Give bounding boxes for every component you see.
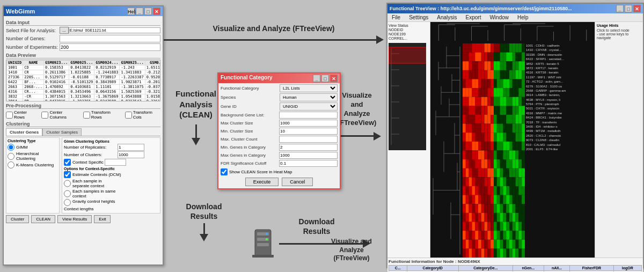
- functional-info-panel: Functional Information for Node : NODE49…: [387, 258, 643, 272]
- func-category-select[interactable]: L2L Lists: [280, 84, 338, 92]
- cluster-button[interactable]: Cluster: [6, 215, 29, 223]
- num-replicates-input[interactable]: [118, 144, 144, 151]
- menu-help[interactable]: Help: [513, 13, 533, 21]
- num-genes-input[interactable]: [60, 35, 160, 42]
- max-genes-input[interactable]: [279, 152, 338, 159]
- gene-label-item: 2820 : CXCL2 : chemoki: [526, 134, 594, 138]
- min-cluster-size-input[interactable]: [279, 128, 338, 135]
- each-sample-radio[interactable]: [64, 179, 71, 188]
- svg-rect-348: [500, 168, 503, 178]
- svg-rect-422: [481, 204, 485, 213]
- svg-rect-443: [485, 213, 488, 222]
- svg-rect-105: [491, 61, 494, 70]
- gene-label-item: 11197 : WIF1 : WNT inhi: [526, 75, 594, 79]
- clean-dialog-title: Functional Category: [221, 75, 273, 82]
- min-genes-input[interactable]: [279, 144, 338, 151]
- data-preview-area: UNIGID NAME GSM0923... GSM0925... GSM092…: [6, 60, 160, 101]
- svg-rect-229: [503, 115, 506, 124]
- dlg-maximize[interactable]: □: [321, 75, 329, 82]
- dlg-minimize[interactable]: _: [313, 75, 320, 82]
- svg-rect-386: [494, 186, 497, 195]
- clean-dialog-buttons: Execute Cancel: [221, 178, 338, 186]
- maximize-button[interactable]: □: [144, 8, 152, 15]
- svg-rect-230: [506, 115, 509, 124]
- svg-rect-124: [487, 70, 491, 79]
- exit-button[interactable]: Exit: [94, 215, 111, 223]
- svg-rect-258: [469, 133, 472, 142]
- svg-rect-496: [463, 240, 466, 249]
- svg-rect-363: [485, 177, 488, 186]
- max-cluster-count-input[interactable]: [279, 136, 338, 143]
- menu-analysis[interactable]: Analysis: [433, 13, 461, 21]
- top-flow-area: Visualize and Analyze (FTreeView): [164, 24, 384, 44]
- max-cluster-size-input[interactable]: [279, 120, 338, 127]
- gene-id-label: Gene ID: [221, 104, 280, 109]
- menu-file[interactable]: File: [387, 13, 405, 21]
- fdr-input[interactable]: [279, 160, 338, 167]
- background-gene-input[interactable]: [279, 112, 338, 119]
- tab-cluster-genes[interactable]: Cluster Genes: [6, 128, 42, 136]
- execute-button[interactable]: Execute: [245, 178, 279, 186]
- select-file-button[interactable]: ...: [60, 27, 69, 34]
- svg-rect-349: [503, 168, 506, 178]
- svg-rect-421: [478, 204, 481, 213]
- num-experiments-input[interactable]: [60, 43, 160, 51]
- center-cols-check[interactable]: [41, 112, 48, 119]
- view-results-button[interactable]: View Results: [57, 215, 92, 223]
- dlg-close[interactable]: ✕: [330, 75, 338, 82]
- svg-rect-440: [475, 213, 478, 222]
- menu-window[interactable]: Window: [485, 13, 513, 21]
- menu-export[interactable]: Export: [462, 13, 486, 21]
- svg-rect-466: [494, 222, 497, 231]
- svg-rect-147: [497, 79, 500, 89]
- svg-rect-432: [513, 204, 516, 213]
- svg-rect-168: [500, 88, 503, 97]
- svg-rect-502: [481, 240, 485, 249]
- kmeans-radio[interactable]: [8, 161, 14, 168]
- gene-label-item: 3914 : LAMB3 : laminin,: [526, 93, 594, 97]
- num-clusters-input[interactable]: [118, 151, 144, 158]
- svg-rect-503: [485, 240, 488, 249]
- help-button[interactable]: Help: [127, 8, 135, 15]
- gene-label-item: 2001 : ELF5 : E74-like: [526, 147, 594, 151]
- svg-rect-214: [518, 106, 522, 115]
- svg-rect-236: [463, 124, 466, 133]
- svg-rect-218: [469, 115, 472, 124]
- svg-rect-261: [478, 133, 481, 142]
- svg-rect-156: [463, 88, 466, 97]
- ftree-close[interactable]: ✕: [633, 5, 641, 12]
- select-file-input[interactable]: [69, 27, 160, 33]
- ftree-minimize[interactable]: _: [616, 5, 624, 12]
- svg-rect-71: [509, 43, 513, 53]
- estimate-dch-check[interactable]: [64, 171, 71, 178]
- transform-rows-check[interactable]: [83, 112, 90, 119]
- same-context-radio[interactable]: [64, 189, 71, 199]
- gravity-control-row: Gravity control heights: [64, 199, 118, 206]
- tab-cluster-samples[interactable]: Cluster Samples: [42, 128, 82, 136]
- minimize-button[interactable]: _: [136, 8, 143, 15]
- svg-rect-232: [513, 115, 516, 124]
- context-specific-check[interactable]: [64, 159, 71, 166]
- gene-label-item: 4316 : MMP7 : matrix me: [526, 111, 594, 115]
- svg-rect-298: [469, 151, 472, 160]
- center-rows-check[interactable]: [6, 112, 13, 119]
- clean-button[interactable]: CLEAN: [31, 215, 55, 223]
- gene-id-select[interactable]: UNIGID: [280, 102, 338, 111]
- svg-rect-351: [509, 168, 513, 178]
- gravity-control-radio[interactable]: [64, 199, 71, 206]
- ftree-maximize[interactable]: □: [625, 5, 632, 12]
- show-clean-check[interactable]: [221, 168, 228, 175]
- transform-cols-check[interactable]: [125, 112, 132, 119]
- species-select[interactable]: Human: [280, 93, 338, 101]
- svg-rect-69: [503, 43, 506, 53]
- menu-settings[interactable]: Settings: [405, 13, 433, 21]
- cancel-button[interactable]: Cancel: [282, 178, 313, 186]
- close-button[interactable]: ✕: [153, 8, 160, 15]
- num-replicates-label: Number of Replicates:: [64, 145, 118, 150]
- svg-rect-494: [518, 231, 522, 240]
- context-specific-input[interactable]: [105, 159, 126, 166]
- svg-rect-277: [466, 142, 469, 151]
- hierarchical-radio[interactable]: [8, 153, 14, 160]
- gimm-radio[interactable]: [8, 144, 14, 151]
- svg-rect-429: [503, 204, 506, 213]
